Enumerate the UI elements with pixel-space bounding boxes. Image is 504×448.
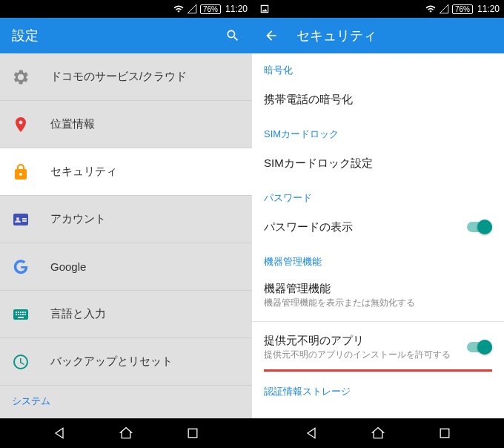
nav-bar — [252, 418, 504, 448]
recent-nav-icon[interactable] — [185, 426, 200, 441]
lock-icon — [12, 163, 30, 181]
signal-icon — [439, 4, 449, 14]
security-content: 暗号化 携帯電話の暗号化 SIMカードロック SIMカードロック設定 パスワード… — [252, 53, 504, 418]
settings-item-accounts[interactable]: アカウント — [0, 196, 252, 243]
google-icon — [12, 258, 30, 276]
wifi-icon — [173, 4, 184, 14]
setting-show-password[interactable]: パスワードの表示 — [252, 209, 504, 245]
image-icon — [259, 4, 270, 14]
settings-item-security[interactable]: セキュリティ — [0, 148, 252, 196]
page-title: 設定 — [12, 27, 208, 45]
settings-item-location[interactable]: 位置情報 — [0, 101, 252, 148]
settings-item-backup[interactable]: バックアップとリセット — [0, 338, 252, 386]
svg-rect-0 — [188, 429, 197, 438]
settings-item-google[interactable]: Google — [0, 243, 252, 291]
setting-desc: 提供元不明のアプリのインストールを許可する — [264, 349, 467, 361]
settings-item-label: アカウント — [50, 212, 106, 226]
app-bar: セキュリティ — [252, 18, 504, 53]
home-nav-icon[interactable] — [119, 426, 133, 441]
setting-encrypt-phone[interactable]: 携帯電話の暗号化 — [252, 82, 504, 117]
highlight-underline — [264, 369, 492, 372]
setting-label: SIMカードロック設定 — [264, 157, 492, 171]
signal-icon — [187, 4, 197, 14]
settings-content: ドコモのサービス/クラウド 位置情報 セキュリティ アカウント Google 言… — [0, 53, 252, 418]
recent-nav-icon[interactable] — [437, 426, 452, 441]
back-icon[interactable] — [264, 28, 279, 43]
location-icon — [12, 116, 30, 134]
status-bar: 76% 11:20 — [0, 0, 252, 18]
status-time: 11:20 — [477, 4, 500, 14]
svg-rect-1 — [440, 429, 449, 438]
toggle-show-password[interactable] — [467, 220, 492, 234]
phone-left: 76% 11:20 設定 ドコモのサービス/クラウド 位置情報 セキュリティ ア… — [0, 0, 252, 448]
category-system: システム — [0, 386, 252, 411]
restore-icon — [12, 353, 30, 371]
account-icon — [12, 211, 30, 228]
section-credentials: 認証情報ストレージ — [252, 375, 504, 403]
setting-desc: 機器管理機能を表示または無効化する — [264, 297, 492, 309]
settings-item-docomo[interactable]: ドコモのサービス/クラウド — [0, 53, 252, 101]
nav-bar — [0, 418, 252, 448]
setting-sim-lock[interactable]: SIMカードロック設定 — [252, 145, 504, 181]
back-nav-icon[interactable] — [304, 426, 319, 441]
settings-item-label: セキュリティ — [50, 165, 117, 179]
setting-label: 提供元不明のアプリ — [264, 334, 467, 348]
settings-item-label: 言語と入力 — [50, 307, 106, 321]
search-icon[interactable] — [225, 28, 240, 43]
settings-item-label: バックアップとリセット — [50, 355, 173, 369]
section-password: パスワード — [252, 181, 504, 209]
setting-label: 機器管理機能 — [264, 282, 492, 296]
setting-label: 携帯電話の暗号化 — [264, 93, 492, 107]
back-nav-icon[interactable] — [52, 426, 67, 441]
settings-item-label: Google — [50, 260, 86, 273]
toggle-unknown-sources[interactable] — [467, 340, 492, 355]
keyboard-icon — [12, 306, 30, 323]
status-time: 11:20 — [225, 4, 248, 14]
settings-item-label: ドコモのサービス/クラウド — [50, 70, 187, 84]
page-title: セキュリティ — [296, 27, 492, 45]
settings-item-label: 位置情報 — [50, 117, 95, 131]
settings-item-language[interactable]: 言語と入力 — [0, 291, 252, 338]
status-bar: 76% 11:20 — [252, 0, 504, 18]
battery-indicator: 76% — [452, 4, 473, 14]
divider — [252, 321, 504, 322]
phone-right: 76% 11:20 セキュリティ 暗号化 携帯電話の暗号化 SIMカードロック … — [252, 0, 504, 448]
wifi-icon — [425, 4, 436, 14]
section-admin: 機器管理機能 — [252, 245, 504, 273]
setting-unknown-sources[interactable]: 提供元不明のアプリ 提供元不明のアプリのインストールを許可する — [252, 325, 504, 370]
section-sim: SIMカードロック — [252, 117, 504, 145]
setting-device-admin[interactable]: 機器管理機能 機器管理機能を表示または無効化する — [252, 273, 504, 318]
app-bar: 設定 — [0, 18, 252, 53]
setting-label: パスワードの表示 — [264, 220, 467, 234]
battery-indicator: 76% — [200, 4, 221, 14]
section-encryption: 暗号化 — [252, 53, 504, 82]
home-nav-icon[interactable] — [371, 426, 385, 441]
gear-icon — [12, 68, 30, 86]
